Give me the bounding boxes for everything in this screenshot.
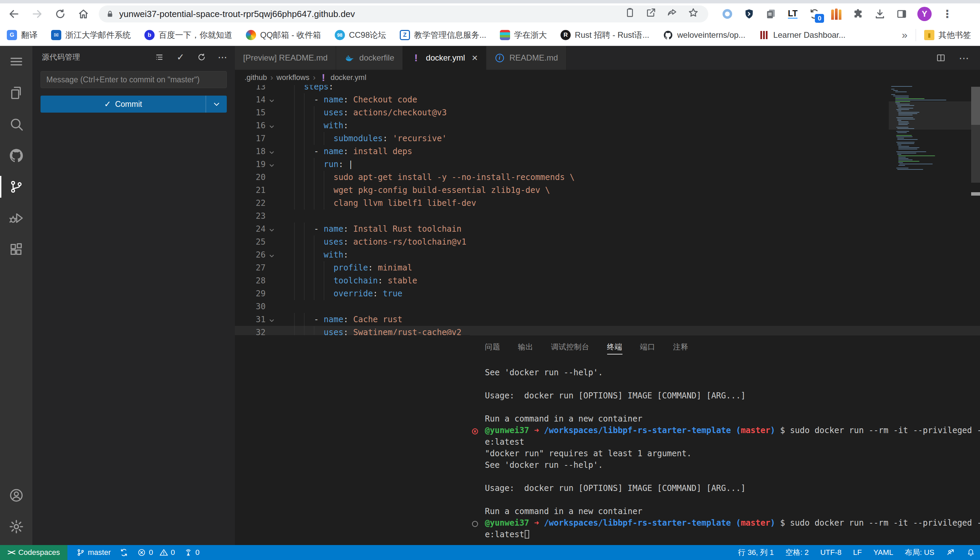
code-line[interactable]: 19 run: | (235, 158, 980, 171)
address-bar[interactable]: yunwei37-potential-space-trout-rpr5qwj66… (99, 5, 708, 22)
breadcrumb-item[interactable]: .github (244, 73, 267, 82)
side-panel-icon[interactable] (895, 7, 908, 21)
share-icon[interactable] (667, 7, 681, 21)
settings-gear-icon[interactable] (0, 511, 32, 542)
code-line[interactable]: 17 submodules: 'recursive' (235, 132, 980, 145)
panel-tab[interactable]: 注释 (673, 335, 689, 358)
bookmark-item[interactable]: QQ邮箱 - 收件箱 (246, 30, 321, 40)
branch-indicator[interactable]: master (76, 548, 111, 557)
sync-extension-icon[interactable]: 0 (808, 7, 821, 21)
forward-button[interactable] (29, 6, 45, 22)
bookmark-item[interactable]: G翻译 (7, 30, 37, 40)
ring-extension-icon[interactable] (721, 7, 734, 21)
cursor-position[interactable]: 行 36, 列 1 (738, 547, 774, 558)
more-actions-icon[interactable]: ⋯ (217, 52, 228, 63)
lock-icon[interactable] (105, 10, 114, 18)
bookmark-item[interactable]: 学在浙大 (500, 30, 547, 40)
languagetool-extension-icon[interactable]: LT (786, 7, 799, 21)
indentation-indicator[interactable]: 空格: 2 (785, 547, 808, 558)
refresh-icon[interactable] (196, 52, 207, 63)
problems-indicator[interactable]: 0 0 (137, 548, 175, 557)
account-icon[interactable] (0, 480, 32, 511)
bookmark-item[interactable]: Learner Dashboar... (759, 30, 846, 40)
commit-dropdown-chevron[interactable] (206, 96, 227, 113)
github-icon[interactable] (0, 140, 32, 171)
code-line[interactable]: 13 steps: (235, 85, 980, 93)
code-line[interactable]: 32 uses: Swatinem/rust-cache@v2 (235, 326, 980, 335)
notifications-bell-icon[interactable] (967, 548, 975, 557)
commit-message-input[interactable] (46, 75, 221, 84)
extensions-icon[interactable] (0, 234, 32, 265)
pencils-extension-icon[interactable] (829, 7, 843, 21)
pages-extension-icon[interactable] (764, 7, 778, 21)
keyboard-layout[interactable]: 布局: US (905, 547, 934, 558)
editor-tab[interactable]: [Preview] README.md (235, 46, 336, 70)
other-bookmarks[interactable]: ▮ 其他书签 (924, 30, 971, 40)
sync-changes-button[interactable] (120, 548, 129, 557)
fold-chevron-icon[interactable] (268, 160, 276, 169)
encoding-indicator[interactable]: UTF-8 (820, 548, 841, 557)
fold-chevron-icon[interactable] (268, 96, 276, 105)
fold-chevron-icon[interactable] (268, 225, 276, 234)
code-line[interactable]: 29 override: true (235, 287, 980, 300)
code-line[interactable]: 14 - name: Checkout code (235, 93, 980, 106)
tab-close-icon[interactable]: × (472, 52, 478, 63)
bookmark-item[interactable]: b百度一下，你就知道 (144, 30, 232, 40)
downloads-icon[interactable] (873, 7, 887, 21)
star-icon[interactable] (688, 7, 701, 21)
terminal-output[interactable]: See 'docker run --help'.Usage: docker ru… (470, 367, 980, 541)
editor-tab[interactable]: !docker.yml× (403, 46, 486, 70)
fold-chevron-icon[interactable] (268, 251, 276, 260)
explorer-icon[interactable] (0, 77, 32, 108)
code-line[interactable]: 31 - name: Cache rust (235, 313, 980, 326)
code-line[interactable]: 24 - name: Install Rust toolchain (235, 223, 980, 235)
source-control-icon[interactable] (0, 171, 32, 202)
search-icon[interactable] (0, 108, 32, 140)
bookmark-item[interactable]: RRust 招聘 - Rust语... (560, 30, 649, 40)
profile-avatar[interactable]: Y (917, 7, 932, 21)
code-line[interactable]: 21 wget pkg-config build-essential zlib1… (235, 184, 980, 197)
fold-chevron-icon[interactable] (268, 315, 276, 324)
remote-indicator[interactable]: >< Codespaces (0, 545, 67, 560)
shield-extension-icon[interactable] (743, 7, 756, 21)
url-text[interactable]: yunwei37-potential-space-trout-rpr5qwj66… (119, 9, 617, 19)
code-editor[interactable]: 13 steps:14 - name: Checkout code15 uses… (235, 85, 980, 335)
menu-icon[interactable] (0, 46, 32, 77)
commit-button[interactable]: ✓ Commit (40, 96, 227, 113)
extensions-puzzle-icon[interactable] (851, 7, 865, 21)
editor-tab[interactable]: dockerfile (336, 46, 403, 70)
bookmark-item[interactable]: 98CC98论坛 (335, 30, 386, 40)
minimap-viewport[interactable] (889, 102, 971, 130)
code-line[interactable]: 25 uses: actions-rs/toolchain@v1 (235, 235, 980, 248)
ports-indicator[interactable]: 0 (184, 548, 199, 557)
browser-menu-icon[interactable]: ⋮ (940, 7, 954, 21)
clipboard-icon[interactable] (624, 7, 638, 21)
code-line[interactable]: 20 sudo apt-get install -y --no-install-… (235, 171, 980, 184)
code-line[interactable]: 22 clang llvm libelf1 libelf-dev (235, 197, 980, 210)
code-line[interactable]: 26 with: (235, 248, 980, 261)
home-button[interactable] (75, 6, 91, 22)
bookmarks-overflow-chevron[interactable]: » (902, 29, 908, 41)
panel-tab[interactable]: 输出 (518, 335, 533, 358)
commit-check-icon[interactable]: ✓ (175, 52, 186, 63)
bookmark-item[interactable]: weloveinterns/op... (663, 30, 745, 40)
code-line[interactable]: 23 (235, 210, 980, 223)
editor-more-actions-icon[interactable]: ⋯ (958, 52, 970, 63)
refresh-button[interactable] (52, 6, 68, 22)
panel-tab[interactable]: 调试控制台 (551, 335, 589, 358)
bookmark-item[interactable]: Z教学管理信息服务... (400, 30, 486, 40)
open-external-icon[interactable] (646, 7, 659, 21)
code-line[interactable]: 28 toolchain: stable (235, 274, 980, 287)
view-as-list-icon[interactable] (154, 52, 165, 63)
editor-tab[interactable]: iREADME.md (486, 46, 567, 70)
back-button[interactable] (6, 6, 22, 22)
fold-chevron-icon[interactable] (268, 147, 276, 156)
panel-tab[interactable]: 端口 (640, 335, 656, 358)
code-line[interactable]: 30 (235, 300, 980, 313)
split-editor-icon[interactable] (935, 52, 947, 63)
eol-indicator[interactable]: LF (853, 548, 862, 557)
code-line[interactable]: 16 with: (235, 119, 980, 132)
code-line[interactable]: 27 profile: minimal (235, 261, 980, 274)
run-debug-icon[interactable] (0, 202, 32, 234)
fold-chevron-icon[interactable] (268, 122, 276, 130)
